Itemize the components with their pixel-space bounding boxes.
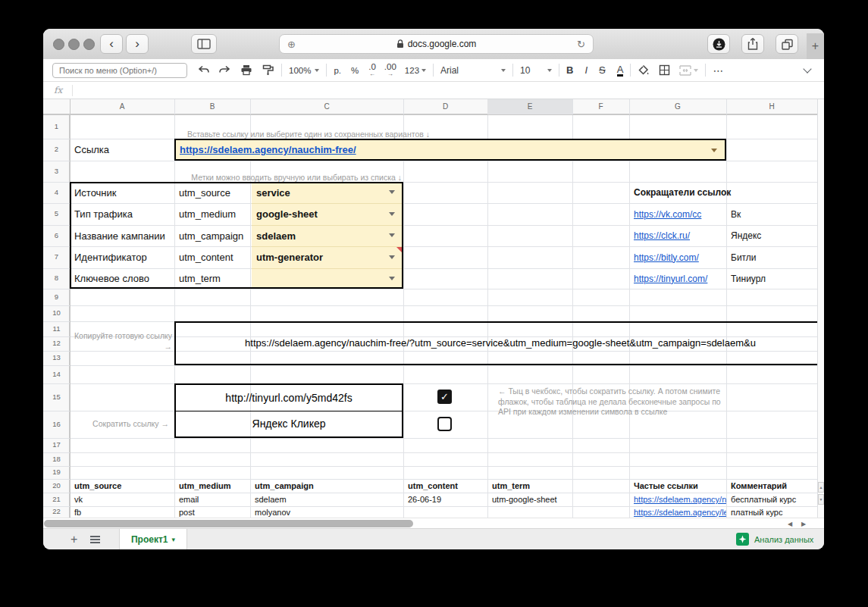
cell-b15-short-url[interactable]: http://tinyurl.com/y5md42fs: [176, 385, 402, 411]
refresh-icon[interactable]: ↻: [577, 35, 585, 53]
scroll-up-button[interactable]: ▲: [818, 482, 824, 493]
dropdown-icon[interactable]: [389, 255, 395, 259]
back-button[interactable]: ‹: [100, 34, 123, 54]
cell-d21[interactable]: 26-06-19: [408, 493, 441, 506]
cell-c21[interactable]: sdelaem: [255, 493, 287, 506]
address-bar[interactable]: ⊕ docs.google.com ↻: [279, 34, 594, 54]
row-header[interactable]: 16: [43, 420, 70, 429]
paint-format-button[interactable]: [262, 64, 274, 76]
explore-label[interactable]: Анализ данных: [754, 529, 813, 549]
row-header[interactable]: 11: [43, 324, 70, 333]
col-header-a[interactable]: A: [70, 99, 174, 114]
font-size-select[interactable]: 10: [520, 65, 552, 76]
sidebar-button[interactable]: [191, 34, 217, 54]
sheet-tab-active[interactable]: Проект1 ▾: [119, 529, 187, 549]
dropdown-icon[interactable]: [389, 233, 395, 237]
tabs-overview-button[interactable]: [776, 34, 798, 54]
window-minimize-button[interactable]: [68, 39, 80, 50]
dropdown-icon[interactable]: [711, 149, 717, 152]
cell-e21[interactable]: utm-google-sheet: [492, 493, 557, 506]
reader-icon[interactable]: ⊕: [287, 35, 296, 53]
redo-button[interactable]: [218, 65, 230, 76]
row-header[interactable]: 4: [43, 188, 70, 197]
log-header-utm-medium[interactable]: utm_medium: [179, 479, 230, 493]
add-sheet-button[interactable]: +: [71, 529, 77, 549]
row-header[interactable]: 22: [43, 507, 70, 516]
formula-bar[interactable]: fx: [43, 82, 824, 99]
cell-g22-link[interactable]: https://sdelaem.agency/let: [634, 508, 726, 517]
horizontal-scrollbar[interactable]: ◀ ▶: [43, 518, 824, 528]
window-zoom-button[interactable]: [83, 39, 95, 50]
cell-g8-shortener-link[interactable]: https://tinyurl.com/: [634, 274, 707, 284]
checkbox-unchecked[interactable]: [437, 417, 452, 431]
sheet-tab-dropdown-icon[interactable]: ▾: [171, 536, 175, 543]
checkbox-checked[interactable]: ✓: [437, 390, 452, 404]
increase-decimal-button[interactable]: .00→: [384, 64, 396, 77]
row-header[interactable]: 20: [43, 481, 70, 490]
col-header-c[interactable]: C: [250, 99, 403, 114]
col-header-b[interactable]: B: [174, 99, 250, 114]
cell-h6[interactable]: Яндекс: [731, 225, 761, 246]
cell-h21[interactable]: бесплатный курс: [731, 493, 796, 506]
spreadsheet-grid[interactable]: A B C D E F G H 1 2 3 4 5 6 7 8 9 10 11 …: [43, 99, 824, 518]
cell-b1-hint[interactable]: Вставьте ссылку или выберите один из сох…: [177, 114, 430, 142]
cell-a22[interactable]: fb: [74, 506, 81, 518]
col-header-f[interactable]: F: [572, 99, 629, 114]
col-header-g[interactable]: G: [629, 99, 726, 114]
window-close-button[interactable]: [53, 39, 64, 50]
row-header[interactable]: 1: [43, 122, 70, 131]
menu-search-input[interactable]: [52, 63, 187, 78]
fill-color-button[interactable]: [638, 64, 650, 77]
row-header[interactable]: 2: [43, 145, 70, 154]
new-tab-button[interactable]: +: [807, 33, 824, 59]
row-header[interactable]: 10: [43, 308, 70, 318]
number-format-menu[interactable]: 123: [405, 66, 426, 75]
forward-button[interactable]: ›: [126, 34, 149, 54]
result-url-text[interactable]: https://sdelaem.agency/nauchim-free/?utm…: [176, 323, 824, 364]
log-header-frequent-links[interactable]: Частые ссылки: [634, 479, 698, 493]
hide-menus-icon[interactable]: [803, 64, 811, 73]
italic-button[interactable]: I: [584, 64, 588, 76]
print-button[interactable]: [240, 64, 252, 76]
dropdown-icon[interactable]: [389, 277, 395, 280]
dropdown-icon[interactable]: [389, 190, 395, 194]
horizontal-scroll-thumb[interactable]: [44, 520, 413, 527]
row-header[interactable]: 5: [43, 209, 70, 218]
cell-c22[interactable]: molyanov: [255, 506, 290, 518]
col-header-h[interactable]: H: [726, 99, 817, 114]
all-sheets-icon[interactable]: [90, 536, 100, 543]
vertical-scrollbar[interactable]: ▲ ▼: [817, 99, 824, 518]
row-header[interactable]: 14: [43, 370, 70, 379]
cell-b21[interactable]: email: [179, 493, 199, 506]
row-header[interactable]: 12: [43, 339, 70, 348]
cell-g5-shortener-link[interactable]: https://vk.com/cc: [634, 209, 701, 220]
cell-a2-link-label[interactable]: Ссылка: [74, 139, 109, 161]
borders-button[interactable]: [659, 64, 670, 76]
cell-b2-link-input[interactable]: https://sdelaem.agency/nauchim-free/: [174, 139, 726, 161]
log-header-utm-term[interactable]: utm_term: [492, 479, 530, 493]
row-header[interactable]: 18: [43, 455, 70, 464]
cell-b16-yandex-clicker[interactable]: Яндекс Кликер: [176, 411, 402, 436]
bold-button[interactable]: B: [566, 64, 573, 76]
row-header[interactable]: 13: [43, 353, 70, 362]
row-header[interactable]: 15: [43, 393, 70, 402]
cell-g4-shorteners-title[interactable]: Сокращатели ссылок: [634, 182, 731, 203]
row-header[interactable]: 17: [43, 440, 70, 449]
cell-h5[interactable]: Вк: [731, 203, 741, 225]
col-header-e-selected[interactable]: E: [487, 99, 572, 114]
col-header-d[interactable]: D: [403, 99, 487, 114]
result-url-box[interactable]: https://sdelaem.agency/nauchim-free/?utm…: [174, 321, 824, 365]
zoom-select[interactable]: 100%: [289, 66, 319, 75]
row-header[interactable]: 9: [43, 293, 70, 302]
cell-g21-link[interactable]: https://sdelaem.agency/na: [634, 495, 726, 504]
share-button[interactable]: [741, 34, 764, 54]
cell-h8[interactable]: Тиниурл: [731, 268, 766, 289]
undo-button[interactable]: [198, 65, 210, 76]
row-header[interactable]: 8: [43, 274, 70, 283]
scroll-left-button[interactable]: ◀: [788, 520, 792, 528]
font-family-select[interactable]: Arial: [440, 65, 506, 76]
dropdown-icon[interactable]: [389, 212, 395, 216]
format-percent-button[interactable]: %: [351, 66, 359, 75]
log-header-utm-campaign[interactable]: utm_campaign: [255, 479, 314, 493]
scroll-down-button[interactable]: ▼: [818, 494, 824, 505]
